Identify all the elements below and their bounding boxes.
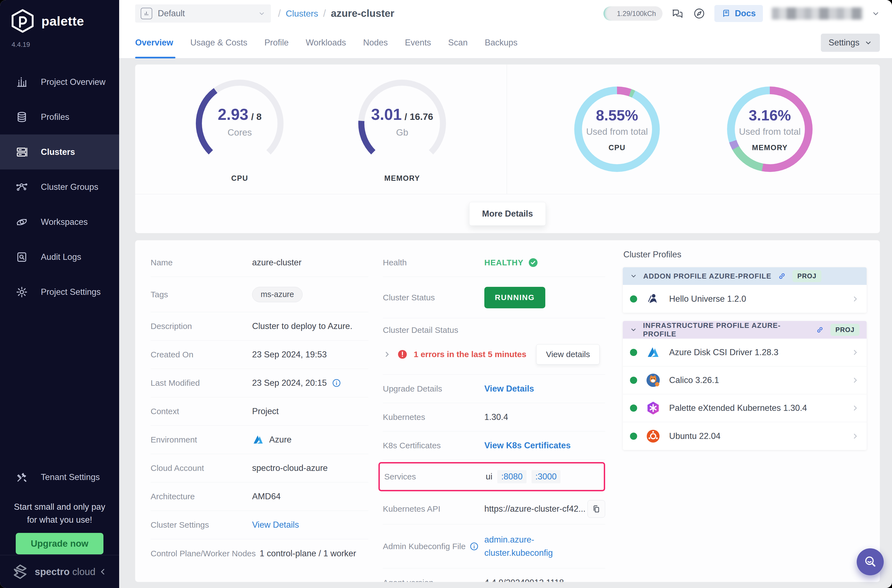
row-label: Description xyxy=(150,321,252,331)
project-scope-dropdown[interactable]: Default xyxy=(135,4,271,22)
tab-workloads[interactable]: Workloads xyxy=(306,27,346,58)
layer-status-dot xyxy=(630,349,637,356)
sidebar-item-profiles[interactable]: Profiles xyxy=(0,99,119,135)
services-value: ui :8080 :3000 xyxy=(486,470,561,483)
tab-nodes[interactable]: Nodes xyxy=(363,27,388,58)
error-summary-line: 1 errors in the last 5 minutes View deta… xyxy=(383,344,605,364)
service-port-3000-link[interactable]: :3000 xyxy=(531,470,561,483)
running-status-badge[interactable]: RUNNING xyxy=(484,287,545,308)
row-label: Cluster Status xyxy=(383,293,484,302)
health-status: HEALTHY xyxy=(484,257,539,268)
settings-dropdown-button[interactable]: Settings xyxy=(821,34,880,52)
row-label: Architecture xyxy=(150,492,252,501)
layer-name: Calico 3.26.1 xyxy=(669,375,719,385)
detail-row-architecture: Architecture AMD64 xyxy=(150,483,369,511)
sidebar-item-project-settings[interactable]: Project Settings xyxy=(0,274,119,309)
row-label: Control Plane/Worker Nodes xyxy=(150,549,256,558)
sidebar-item-cluster-groups[interactable]: Cluster Groups xyxy=(0,170,119,204)
view-k8s-certificates-link[interactable]: View K8s Certificates xyxy=(484,441,571,450)
detail-row-agent-version: Agent version 4.4.9/20240912.1118 xyxy=(383,568,605,582)
detail-row-tags: Tags ms-azure xyxy=(150,277,369,312)
tab-usage-costs[interactable]: Usage & Costs xyxy=(190,27,247,58)
copy-api-url-button[interactable] xyxy=(588,500,605,518)
feedback-chat-button[interactable] xyxy=(671,7,684,20)
cluster-settings-view-details-link[interactable]: View Details xyxy=(252,520,299,530)
memory-donut-label: MEMORY xyxy=(752,144,788,152)
tab-scan[interactable]: Scan xyxy=(448,27,468,58)
row-label: Services xyxy=(384,472,486,482)
detail-row-services: Services ui :8080 :3000 xyxy=(384,464,600,490)
usage-credits-pill[interactable]: 1.29/100kCh xyxy=(603,6,662,21)
profile-layer-calico[interactable]: Calico 3.26.1 xyxy=(623,366,866,394)
user-menu-chevron-down-icon[interactable] xyxy=(872,9,880,18)
global-search-fab[interactable] xyxy=(857,548,884,575)
more-details-row: More Details xyxy=(135,194,880,233)
server-icon xyxy=(15,146,28,158)
upgrade-promo: Start small and only pay for what you us… xyxy=(0,500,119,554)
kubeconfig-download-link[interactable]: admin.azure- cluster.kubeconfig xyxy=(484,534,553,558)
cluster-details-card: Name azure-cluster Tags ms-azure Descrip… xyxy=(135,240,880,582)
sidebar-item-audit-logs[interactable]: Audit Logs xyxy=(0,240,119,274)
cpu-donut-label: CPU xyxy=(608,144,626,152)
tab-backups[interactable]: Backups xyxy=(484,27,517,58)
azure-disk-csi-icon xyxy=(645,345,661,360)
sidebar-item-label: Clusters xyxy=(41,147,75,157)
azure-logo-icon xyxy=(252,434,264,446)
tab-overview[interactable]: Overview xyxy=(135,27,173,58)
sidebar-item-workspaces[interactable]: Workspaces xyxy=(0,204,119,240)
addon-profile-group: ADDON PROFILE AZURE-PROFILE PROJ Hello U… xyxy=(623,267,866,313)
info-icon[interactable] xyxy=(332,378,341,388)
brand-name: palette xyxy=(41,14,84,28)
link-icon[interactable] xyxy=(815,326,824,334)
detail-row-last-modified: Last Modified 23 Sep 2024, 20:15 xyxy=(150,369,369,398)
service-name: ui xyxy=(486,472,492,482)
detail-row-health: Health HEALTHY xyxy=(383,249,605,277)
row-label: Name xyxy=(150,258,252,267)
collapse-sidebar-button[interactable] xyxy=(98,567,108,576)
context-value: Project xyxy=(252,406,278,416)
profile-layer-hello-universe[interactable]: Hello Universe 1.2.0 xyxy=(623,285,866,313)
error-view-details-button[interactable]: View details xyxy=(536,344,600,364)
link-icon[interactable] xyxy=(778,272,786,280)
tab-events[interactable]: Events xyxy=(405,27,431,58)
breadcrumb-clusters-link[interactable]: Clusters xyxy=(286,9,318,19)
upgrade-view-details-link[interactable]: View Details xyxy=(484,384,534,394)
tab-profile[interactable]: Profile xyxy=(265,27,289,58)
sidebar-item-tenant-settings[interactable]: Tenant Settings xyxy=(0,460,119,495)
ubuntu-icon xyxy=(645,429,661,444)
addon-profile-header[interactable]: ADDON PROFILE AZURE-PROFILE PROJ xyxy=(623,267,866,285)
infrastructure-profile-header[interactable]: INFRASTRUCTURE PROFILE AZURE-PROFILE PRO… xyxy=(623,321,866,339)
sidebar-item-project-overview[interactable]: Project Overview xyxy=(0,64,119,99)
breadcrumb-separator: / xyxy=(278,8,281,19)
profile-layer-palette-extended-k8s[interactable]: Palette eXtended Kubernetes 1.30.4 xyxy=(623,394,866,422)
profile-layer-ubuntu[interactable]: Ubuntu 22.04 xyxy=(623,422,866,450)
row-label: Cluster Settings xyxy=(150,520,252,530)
sidebar-item-label: Project Overview xyxy=(41,77,105,87)
gear-icon xyxy=(15,286,28,298)
upgrade-now-button[interactable]: Upgrade now xyxy=(16,533,103,554)
expand-chevron-icon[interactable] xyxy=(383,350,391,358)
kubernetes-api-url: https://azure-cluster-cf42... xyxy=(484,504,585,514)
memory-utilization-donut: 3.16% Used from total MEMORY xyxy=(727,87,812,172)
profile-layer-azure-disk-csi[interactable]: Azure Disk CSI Driver 1.28.3 xyxy=(623,339,866,366)
bar-chart-icon xyxy=(15,76,28,88)
info-icon[interactable] xyxy=(469,542,479,551)
cluster-profiles-panel: Cluster Profiles ADDON PROFILE AZURE-PRO… xyxy=(623,249,866,582)
cpu-unit: Cores xyxy=(227,127,252,138)
layer-name: Palette eXtended Kubernetes 1.30.4 xyxy=(669,403,807,413)
more-details-button[interactable]: More Details xyxy=(469,202,546,226)
chevron-right-icon xyxy=(851,404,859,412)
app-version: 4.4.19 xyxy=(0,34,119,48)
detail-row-cluster-settings: Cluster Settings View Details xyxy=(150,511,369,539)
detail-row-cloud-account: Cloud Account spectro-cloud-azure xyxy=(150,454,369,483)
explore-compass-button[interactable] xyxy=(693,7,705,20)
docs-button[interactable]: Docs xyxy=(715,5,763,22)
allocation-gauges: 2.93/ 8 Cores CPU 3.01/ 16.76 xyxy=(135,64,507,194)
cpu-used-percent: 8.55% xyxy=(596,106,638,124)
sidebar-item-clusters[interactable]: Clusters xyxy=(0,135,119,170)
user-account-name-redacted[interactable] xyxy=(772,8,863,20)
chevron-left-icon xyxy=(98,567,108,576)
service-port-8080-link[interactable]: :8080 xyxy=(497,470,526,483)
usage-overview-card: 2.93/ 8 Cores CPU 3.01/ 16.76 xyxy=(135,64,880,233)
cpu-donut-text: 8.55% Used from total CPU xyxy=(574,87,660,172)
